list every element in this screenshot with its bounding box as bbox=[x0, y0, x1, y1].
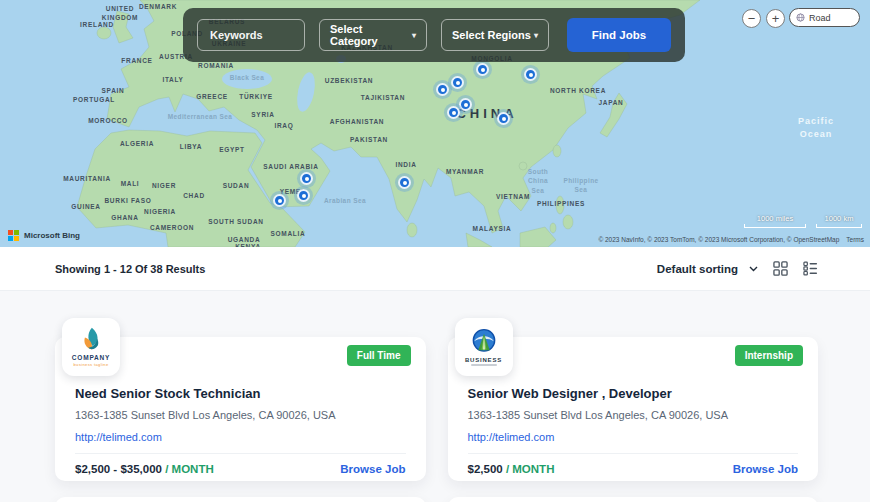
job-title: Senior Web Designer , Developer bbox=[468, 386, 799, 401]
globe-icon bbox=[796, 13, 805, 22]
job-salary: $2,500 - $35,000 / MONTH bbox=[75, 463, 214, 475]
sort-dropdown-label: Default sorting bbox=[657, 263, 738, 275]
salary-amount: $2,500 - $35,000 bbox=[75, 463, 162, 475]
sort-controls: Default sorting bbox=[657, 261, 818, 276]
results-summary: Showing 1 - 12 Of 38 Results bbox=[55, 263, 205, 275]
job-card-footer: $2,500 / MONTH Browse Job bbox=[468, 453, 799, 475]
find-jobs-button[interactable]: Find Jobs bbox=[567, 18, 671, 52]
job-company-url[interactable]: http://telimed.com bbox=[75, 431, 162, 443]
map-style-label: Road bbox=[809, 13, 831, 23]
list-view-icon[interactable] bbox=[803, 261, 818, 276]
company-logo: COMPANY business tagline bbox=[62, 318, 120, 376]
job-location-marker[interactable] bbox=[447, 106, 460, 119]
browse-job-link[interactable]: Browse Job bbox=[340, 463, 405, 475]
job-location-marker[interactable] bbox=[297, 189, 310, 202]
salary-amount: $2,500 bbox=[468, 463, 503, 475]
regions-select-label: Select Regions bbox=[452, 29, 531, 41]
regions-select[interactable]: Select Regions ▾ bbox=[441, 19, 549, 51]
results-bar: Showing 1 - 12 Of 38 Results Default sor… bbox=[0, 247, 870, 291]
job-address: 1363-1385 Sunset Blvd Los Angeles, CA 90… bbox=[75, 409, 406, 421]
job-card-partial bbox=[448, 497, 819, 502]
zoom-out-button[interactable]: − bbox=[742, 9, 761, 28]
logo-company-tagline: business tagline bbox=[73, 362, 108, 367]
job-location-marker[interactable] bbox=[497, 112, 510, 125]
category-select-label: Select Category bbox=[330, 23, 412, 47]
chevron-down-icon bbox=[749, 266, 758, 272]
bing-logo-text: Microsoft Bing bbox=[24, 231, 80, 240]
flame-logo-icon bbox=[76, 327, 106, 353]
bing-logo: Microsoft Bing bbox=[8, 230, 80, 241]
salary-period: / MONTH bbox=[165, 463, 214, 475]
chevron-down-icon: ▾ bbox=[534, 31, 538, 40]
business-globe-logo-icon bbox=[470, 328, 498, 356]
job-location-marker[interactable] bbox=[436, 83, 449, 96]
map-style-selector[interactable]: Road bbox=[789, 8, 860, 27]
salary-period: / MONTH bbox=[506, 463, 555, 475]
keywords-input[interactable] bbox=[197, 19, 305, 51]
job-card[interactable]: COMPANY business tagline Full Time Need … bbox=[55, 337, 426, 481]
job-location-marker[interactable] bbox=[524, 68, 537, 81]
attribution-text: © 2023 NavInfo, © 2023 TomTom, © 2023 Mi… bbox=[598, 236, 839, 243]
job-title: Need Senior Stock Technician bbox=[75, 386, 406, 401]
job-address: 1363-1385 Sunset Blvd Los Angeles, CA 90… bbox=[468, 409, 799, 421]
logo-company-name: COMPANY bbox=[72, 354, 110, 361]
browse-job-link[interactable]: Browse Job bbox=[733, 463, 798, 475]
grid-view-icon[interactable] bbox=[773, 261, 788, 276]
scale-miles-label: 1000 miles bbox=[744, 214, 806, 223]
map-scale: 1000 miles 1000 km bbox=[744, 214, 862, 228]
job-results-section: COMPANY business tagline Full Time Need … bbox=[0, 291, 870, 502]
scale-km-label: 1000 km bbox=[816, 214, 862, 223]
logo-company-tagline bbox=[471, 364, 497, 366]
scale-km-bar bbox=[816, 224, 862, 228]
zoom-in-button[interactable]: + bbox=[766, 9, 785, 28]
job-location-marker[interactable] bbox=[451, 76, 464, 89]
microsoft-logo-icon bbox=[8, 230, 19, 241]
job-location-marker[interactable] bbox=[398, 176, 411, 189]
chevron-down-icon: ▾ bbox=[412, 31, 416, 40]
job-location-marker[interactable] bbox=[300, 172, 313, 185]
job-salary: $2,500 / MONTH bbox=[468, 463, 555, 475]
sort-dropdown[interactable]: Default sorting bbox=[657, 263, 758, 275]
job-card-partial bbox=[55, 497, 426, 502]
terms-link[interactable]: Terms bbox=[846, 236, 864, 243]
job-type-badge: Full Time bbox=[347, 345, 411, 366]
job-card-footer: $2,500 - $35,000 / MONTH Browse Job bbox=[75, 453, 406, 475]
scale-miles-bar bbox=[744, 224, 806, 228]
job-cards-grid: COMPANY business tagline Full Time Need … bbox=[55, 337, 818, 502]
job-type-badge: Internship bbox=[735, 345, 803, 366]
map[interactable]: UNITED KINGDOMDENMARKIRELANDPOLANDBELARU… bbox=[0, 0, 870, 247]
map-attribution: © 2023 NavInfo, © 2023 TomTom, © 2023 Mi… bbox=[598, 236, 864, 243]
job-search-panel: Select Category ▾ Select Regions ▾ Find … bbox=[183, 8, 685, 62]
category-select[interactable]: Select Category ▾ bbox=[319, 19, 427, 51]
job-card[interactable]: BUSINESS Internship Senior Web Designer … bbox=[448, 337, 819, 481]
job-company-url[interactable]: http://telimed.com bbox=[468, 431, 555, 443]
company-logo: BUSINESS bbox=[455, 318, 513, 376]
job-location-marker[interactable] bbox=[273, 194, 286, 207]
logo-company-name: BUSINESS bbox=[465, 357, 502, 363]
job-location-marker[interactable] bbox=[476, 63, 489, 76]
job-location-marker[interactable] bbox=[459, 98, 472, 111]
